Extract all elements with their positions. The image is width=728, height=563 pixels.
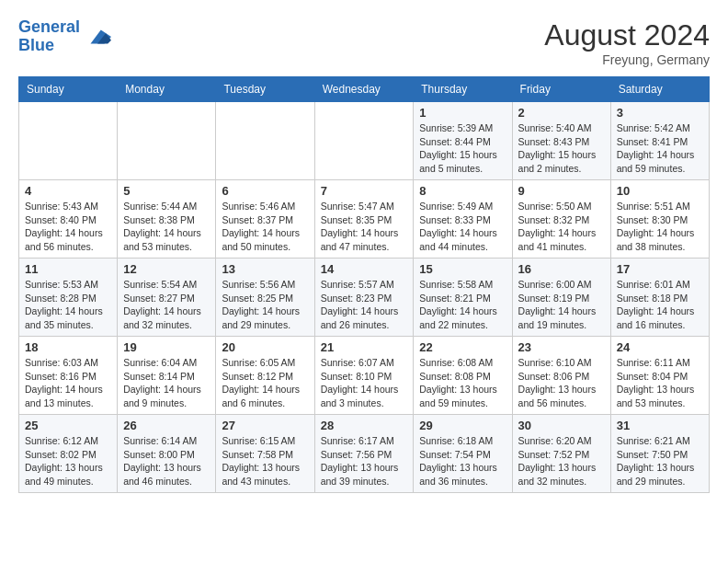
day-info: Sunrise: 6:03 AM Sunset: 8:16 PM Dayligh…	[25, 356, 111, 410]
weekday-header: Sunday	[19, 77, 118, 102]
calendar-cell: 28Sunrise: 6:17 AM Sunset: 7:56 PM Dayli…	[314, 415, 414, 493]
day-info: Sunrise: 5:49 AM Sunset: 8:33 PM Dayligh…	[419, 200, 506, 254]
day-number: 7	[321, 184, 408, 198]
day-info: Sunrise: 5:53 AM Sunset: 8:28 PM Dayligh…	[25, 278, 111, 332]
logo-general: General	[18, 17, 80, 36]
day-number: 22	[419, 340, 506, 354]
calendar-week: 1Sunrise: 5:39 AM Sunset: 8:44 PM Daylig…	[19, 102, 710, 180]
calendar-cell: 6Sunrise: 5:46 AM Sunset: 8:37 PM Daylig…	[216, 180, 314, 259]
calendar-cell: 19Sunrise: 6:04 AM Sunset: 8:14 PM Dayli…	[118, 337, 216, 415]
day-info: Sunrise: 5:39 AM Sunset: 8:44 PM Dayligh…	[419, 121, 506, 176]
day-number: 5	[123, 184, 210, 198]
month-title: August 2024	[544, 18, 710, 52]
day-info: Sunrise: 5:54 AM Sunset: 8:27 PM Dayligh…	[123, 278, 210, 332]
calendar-cell: 29Sunrise: 6:18 AM Sunset: 7:54 PM Dayli…	[414, 415, 512, 493]
logo: General Blue	[18, 18, 111, 55]
weekday-header: Saturday	[610, 77, 709, 102]
day-info: Sunrise: 6:17 AM Sunset: 7:56 PM Dayligh…	[321, 434, 408, 488]
calendar-body: 1Sunrise: 5:39 AM Sunset: 8:44 PM Daylig…	[19, 102, 710, 493]
calendar-cell: 14Sunrise: 5:57 AM Sunset: 8:23 PM Dayli…	[314, 259, 414, 337]
day-number: 4	[25, 184, 111, 198]
day-number: 27	[222, 419, 308, 432]
day-number: 15	[419, 262, 506, 276]
header-row: SundayMondayTuesdayWednesdayThursdayFrid…	[19, 77, 710, 102]
day-number: 28	[321, 419, 408, 432]
weekday-header: Monday	[118, 77, 216, 102]
day-info: Sunrise: 5:42 AM Sunset: 8:41 PM Dayligh…	[617, 121, 703, 176]
calendar-cell: 18Sunrise: 6:03 AM Sunset: 8:16 PM Dayli…	[19, 337, 118, 415]
calendar-week: 18Sunrise: 6:03 AM Sunset: 8:16 PM Dayli…	[19, 337, 710, 415]
day-number: 1	[419, 106, 506, 120]
day-info: Sunrise: 6:11 AM Sunset: 8:04 PM Dayligh…	[617, 356, 703, 410]
day-info: Sunrise: 6:14 AM Sunset: 8:00 PM Dayligh…	[123, 434, 210, 488]
calendar-cell: 22Sunrise: 6:08 AM Sunset: 8:08 PM Dayli…	[414, 337, 512, 415]
calendar-cell: 3Sunrise: 5:42 AM Sunset: 8:41 PM Daylig…	[610, 102, 709, 180]
calendar-cell: 13Sunrise: 5:56 AM Sunset: 8:25 PM Dayli…	[216, 259, 314, 337]
calendar-cell: 31Sunrise: 6:21 AM Sunset: 7:50 PM Dayli…	[610, 415, 709, 493]
calendar-cell: 5Sunrise: 5:44 AM Sunset: 8:38 PM Daylig…	[118, 180, 216, 259]
day-number: 25	[25, 419, 111, 432]
day-info: Sunrise: 5:56 AM Sunset: 8:25 PM Dayligh…	[222, 278, 308, 332]
calendar-table: SundayMondayTuesdayWednesdayThursdayFrid…	[18, 76, 710, 493]
calendar-cell	[118, 102, 216, 180]
day-info: Sunrise: 5:57 AM Sunset: 8:23 PM Dayligh…	[321, 278, 408, 332]
day-number: 19	[123, 340, 210, 354]
calendar-week: 25Sunrise: 6:12 AM Sunset: 8:02 PM Dayli…	[19, 415, 710, 493]
weekday-header: Wednesday	[314, 77, 414, 102]
day-info: Sunrise: 5:46 AM Sunset: 8:37 PM Dayligh…	[222, 200, 308, 254]
day-info: Sunrise: 6:15 AM Sunset: 7:58 PM Dayligh…	[222, 434, 308, 488]
calendar-week: 4Sunrise: 5:43 AM Sunset: 8:40 PM Daylig…	[19, 180, 710, 259]
calendar-header: SundayMondayTuesdayWednesdayThursdayFrid…	[19, 77, 710, 102]
day-number: 17	[617, 262, 703, 276]
day-number: 31	[617, 419, 703, 432]
calendar-cell: 25Sunrise: 6:12 AM Sunset: 8:02 PM Dayli…	[19, 415, 118, 493]
day-info: Sunrise: 5:51 AM Sunset: 8:30 PM Dayligh…	[617, 200, 703, 254]
day-number: 6	[222, 184, 308, 198]
day-number: 20	[222, 340, 308, 354]
day-number: 13	[222, 262, 308, 276]
calendar-cell: 15Sunrise: 5:58 AM Sunset: 8:21 PM Dayli…	[414, 259, 512, 337]
calendar-cell: 10Sunrise: 5:51 AM Sunset: 8:30 PM Dayli…	[610, 180, 709, 259]
day-info: Sunrise: 6:08 AM Sunset: 8:08 PM Dayligh…	[419, 356, 506, 410]
calendar-cell: 21Sunrise: 6:07 AM Sunset: 8:10 PM Dayli…	[314, 337, 414, 415]
day-info: Sunrise: 5:40 AM Sunset: 8:43 PM Dayligh…	[518, 121, 605, 176]
day-info: Sunrise: 6:07 AM Sunset: 8:10 PM Dayligh…	[321, 356, 408, 410]
day-info: Sunrise: 6:01 AM Sunset: 8:18 PM Dayligh…	[617, 278, 703, 332]
calendar-cell	[19, 102, 118, 180]
day-info: Sunrise: 5:47 AM Sunset: 8:35 PM Dayligh…	[321, 200, 408, 254]
day-number: 2	[518, 106, 605, 120]
location: Freyung, Germany	[544, 52, 710, 67]
day-info: Sunrise: 6:18 AM Sunset: 7:54 PM Dayligh…	[419, 434, 506, 488]
weekday-header: Thursday	[414, 77, 512, 102]
calendar-cell	[314, 102, 414, 180]
day-number: 23	[518, 340, 605, 354]
day-number: 10	[617, 184, 703, 198]
day-number: 12	[123, 262, 210, 276]
day-info: Sunrise: 5:44 AM Sunset: 8:38 PM Dayligh…	[123, 200, 210, 254]
calendar-cell: 24Sunrise: 6:11 AM Sunset: 8:04 PM Dayli…	[610, 337, 709, 415]
day-number: 16	[518, 262, 605, 276]
calendar-cell: 8Sunrise: 5:49 AM Sunset: 8:33 PM Daylig…	[414, 180, 512, 259]
calendar-cell: 7Sunrise: 5:47 AM Sunset: 8:35 PM Daylig…	[314, 180, 414, 259]
day-number: 9	[518, 184, 605, 198]
day-number: 11	[25, 262, 111, 276]
day-number: 8	[419, 184, 506, 198]
day-number: 18	[25, 340, 111, 354]
day-info: Sunrise: 5:43 AM Sunset: 8:40 PM Dayligh…	[25, 200, 111, 254]
logo-blue: Blue	[18, 36, 54, 54]
calendar-cell: 2Sunrise: 5:40 AM Sunset: 8:43 PM Daylig…	[512, 102, 610, 180]
calendar-cell: 16Sunrise: 6:00 AM Sunset: 8:19 PM Dayli…	[512, 259, 610, 337]
day-number: 24	[617, 340, 703, 354]
day-number: 3	[617, 106, 703, 120]
calendar-cell: 12Sunrise: 5:54 AM Sunset: 8:27 PM Dayli…	[118, 259, 216, 337]
day-number: 14	[321, 262, 408, 276]
day-info: Sunrise: 6:21 AM Sunset: 7:50 PM Dayligh…	[617, 434, 703, 488]
calendar-cell: 20Sunrise: 6:05 AM Sunset: 8:12 PM Dayli…	[216, 337, 314, 415]
calendar-cell: 1Sunrise: 5:39 AM Sunset: 8:44 PM Daylig…	[414, 102, 512, 180]
calendar-week: 11Sunrise: 5:53 AM Sunset: 8:28 PM Dayli…	[19, 259, 710, 337]
day-number: 26	[123, 419, 210, 432]
calendar-cell: 11Sunrise: 5:53 AM Sunset: 8:28 PM Dayli…	[19, 259, 118, 337]
day-number: 30	[518, 419, 605, 432]
calendar-cell	[216, 102, 314, 180]
calendar-cell: 17Sunrise: 6:01 AM Sunset: 8:18 PM Dayli…	[610, 259, 709, 337]
